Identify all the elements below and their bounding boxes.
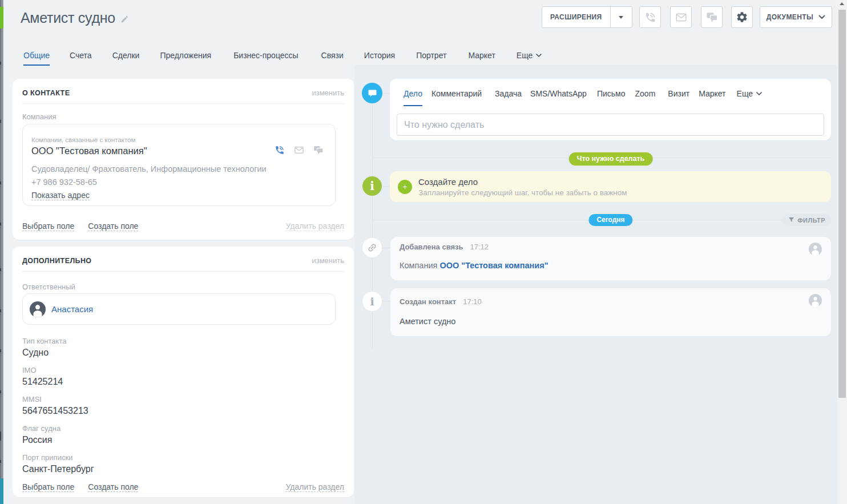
entry-body-prefix: Компания <box>400 261 437 270</box>
additional-card-title: ДОПОЛНИТЕЛЬНО <box>22 257 91 265</box>
call-button[interactable] <box>639 6 661 28</box>
divider <box>22 103 345 104</box>
info-icon-gray: i <box>362 292 382 311</box>
chevron-down-icon <box>536 54 542 57</box>
create-field-link[interactable]: Создать поле <box>88 482 138 492</box>
tab-portrait[interactable]: Портрет <box>416 51 446 66</box>
company-link[interactable]: ООО "Тестовая компания" <box>439 261 548 270</box>
timeline-entry-contact-created[interactable]: Создан контакт 17:10 Аметист судно <box>390 288 831 336</box>
extensions-dropdown-arrow[interactable] <box>610 7 632 27</box>
field-mmsi: MMSI 5647651453213 <box>22 395 344 416</box>
today-badge[interactable]: Сегодня <box>588 214 632 226</box>
about-edit-link[interactable]: изменить <box>312 88 344 97</box>
title-row: Аметист судно <box>21 10 129 26</box>
vertical-scrollbar[interactable] <box>837 0 847 504</box>
user-avatar <box>809 243 822 256</box>
about-contact-card: О КОНТАКТЕ изменить Компания Компании, с… <box>13 79 354 240</box>
responsible-name-link[interactable]: Анастасия <box>51 304 93 314</box>
scrollbar-thumb[interactable] <box>838 10 846 398</box>
chevron-down-icon <box>818 15 825 19</box>
entry-body: Аметист судно <box>400 317 455 326</box>
editor-tab-comment[interactable]: Комментарий <box>431 89 482 106</box>
entity-tabs: Общие Счета Сделки Предложения Бизнес-пр… <box>23 51 542 66</box>
chat-icon <box>706 11 718 23</box>
responsible-avatar <box>30 301 46 317</box>
editor-tab-visit[interactable]: Визит <box>668 89 689 106</box>
about-card-title: О КОНТАКТЕ <box>22 89 70 97</box>
left-menu-mark <box>0 460 1 463</box>
editor-tab-email[interactable]: Письмо <box>597 89 626 106</box>
user-avatar <box>809 294 822 307</box>
funnel-icon <box>788 217 794 223</box>
responsible-box: Анастасия <box>22 293 336 325</box>
scroll-up-arrow-icon <box>840 2 844 5</box>
left-menu-mark <box>0 268 1 271</box>
chat-button[interactable] <box>701 6 723 28</box>
entry-title: Добавлена связь <box>400 243 463 251</box>
email-button[interactable] <box>670 6 692 28</box>
editor-tab-market[interactable]: Маркет <box>699 89 725 106</box>
editor-tabs: Дело Комментарий Задача SMS/WhatsApp Пис… <box>404 89 762 106</box>
select-field-link[interactable]: Выбрать поле <box>22 482 74 492</box>
additional-card: ДОПОЛНИТЕЛЬНО изменить Ответственный Ана… <box>13 247 354 497</box>
left-menu-mark <box>0 390 1 393</box>
editor-tab-sms[interactable]: SMS/WhatsApp <box>530 89 587 106</box>
timeline-stream: Дело Комментарий Задача SMS/WhatsApp Пис… <box>354 65 837 504</box>
mail-icon <box>675 11 687 23</box>
company-chat-icon[interactable] <box>313 145 324 155</box>
company-call-icon[interactable] <box>275 145 285 155</box>
timeline-entry-link-added[interactable]: Добавлена связь 17:12 Компания ООО "Тест… <box>390 237 831 280</box>
show-address-link[interactable]: Показать адрес <box>31 191 90 200</box>
settings-button[interactable] <box>731 6 753 28</box>
left-menu-mark <box>0 432 1 441</box>
caret-down-icon <box>619 16 623 19</box>
content: О КОНТАКТЕ изменить Компания Компании, с… <box>3 65 837 504</box>
chevron-down-icon <box>756 92 762 95</box>
tab-history[interactable]: История <box>364 51 395 66</box>
divider <box>22 271 345 272</box>
todo-hint-pill[interactable]: Что нужно сделать <box>569 152 653 166</box>
editor-tab-zoom[interactable]: Zoom <box>635 89 656 106</box>
tab-quotes[interactable]: Предложения <box>160 51 211 66</box>
info-icon-green: i <box>362 176 382 196</box>
editor-tab-more[interactable]: Еще <box>737 89 763 106</box>
create-field-link[interactable]: Создать поле <box>88 221 138 231</box>
entry-time: 17:10 <box>463 297 482 306</box>
left-menu-mark <box>0 120 1 123</box>
additional-edit-link[interactable]: изменить <box>312 256 344 265</box>
timeline-spine <box>372 311 373 349</box>
tab-relations[interactable]: Связи <box>321 51 344 66</box>
delete-section-link[interactable]: Удалить раздел <box>285 221 344 231</box>
tab-deals[interactable]: Сделки <box>112 51 140 66</box>
documents-label: ДОКУМЕНТЫ <box>767 13 813 21</box>
company-box[interactable]: Компании, связанные с контактом ООО "Тес… <box>22 124 336 206</box>
tab-invoices[interactable]: Счета <box>70 51 92 66</box>
activity-input[interactable] <box>397 114 824 136</box>
select-field-link[interactable]: Выбрать поле <box>22 221 74 231</box>
edit-title-icon[interactable] <box>120 15 129 23</box>
extensions-label: РАСШИРЕНИЯ <box>542 13 610 21</box>
timeline-connector <box>382 301 390 301</box>
editor-tab-activity[interactable]: Дело <box>404 89 422 106</box>
additional-fields: Тип контакта Судно IMO 51425214 MMSI 564… <box>22 337 344 482</box>
field-imo: IMO 51425214 <box>22 366 344 387</box>
timeline-editor-card: Дело Комментарий Задача SMS/WhatsApp Пис… <box>390 79 831 140</box>
tab-general[interactable]: Общие <box>23 51 50 66</box>
comment-bubble-icon <box>362 83 382 103</box>
field-contact-type: Тип контакта Судно <box>22 337 344 358</box>
link-icon <box>362 238 382 257</box>
plus-icon[interactable] <box>398 180 412 194</box>
documents-button[interactable]: ДОКУМЕНТЫ <box>760 6 832 28</box>
editor-tab-task[interactable]: Задача <box>495 89 522 106</box>
phone-icon <box>644 11 656 23</box>
tab-business-processes[interactable]: Бизнес-процессы <box>233 51 298 66</box>
extensions-button[interactable]: РАСШИРЕНИЯ <box>542 6 632 28</box>
filter-button[interactable]: ФИЛЬТР <box>783 214 831 226</box>
banner-subtitle: Запланируйте следующий шаг, чтобы не заб… <box>418 188 627 197</box>
page-title: Аметист судно <box>21 10 115 26</box>
delete-section-link[interactable]: Удалить раздел <box>285 482 344 492</box>
tab-market[interactable]: Маркет <box>468 51 495 66</box>
company-mail-icon[interactable] <box>294 145 304 155</box>
create-activity-banner: Создайте дело Запланируйте следующий шаг… <box>390 171 831 202</box>
tab-more[interactable]: Еще <box>517 51 542 66</box>
